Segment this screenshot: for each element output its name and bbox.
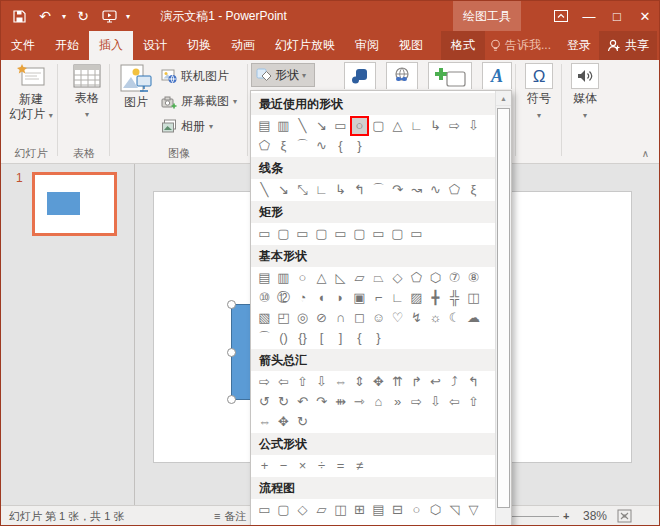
shape-flowchart-document[interactable]: ▤ — [369, 500, 388, 520]
shape-line-arrow[interactable]: ↘ — [274, 180, 293, 200]
shape-curved-connector[interactable]: ⌒ — [369, 180, 388, 200]
resize-handle-bottom-left[interactable] — [227, 395, 236, 404]
shape-flowchart-data[interactable]: ▱ — [312, 500, 331, 520]
tab-视图[interactable]: 视图 — [389, 31, 433, 60]
shape-bent-arrow[interactable]: ↱ — [407, 372, 426, 392]
shape-vertical-text-box[interactable]: ▥ — [274, 116, 293, 136]
shape-rounded-rectangle[interactable]: ▢ — [369, 116, 388, 136]
shape-flowchart-multidocument[interactable]: ⊟ — [388, 500, 407, 520]
tab-开始[interactable]: 开始 — [45, 31, 89, 60]
share-button[interactable]: 共享 — [599, 31, 657, 60]
shape-left-right-arrow[interactable]: ⇔ — [331, 372, 350, 392]
start-slideshow-icon[interactable] — [97, 4, 121, 28]
zoom-level[interactable]: 38% — [583, 506, 607, 526]
shape-down-arrow-callout[interactable]: ⇩ — [426, 392, 445, 412]
tab-文件[interactable]: 文件 — [1, 31, 45, 60]
shape-snip-diagonal-corner-rectangle[interactable]: ▭ — [331, 224, 350, 244]
shape-block-arc[interactable]: ∩ — [331, 308, 350, 328]
shape-arc[interactable]: ⌒ — [255, 328, 274, 348]
shape-rounded-rectangle[interactable]: ▢ — [274, 224, 293, 244]
shape-decagon[interactable]: ⑩ — [255, 288, 274, 308]
shape-flowchart-summing-junction[interactable]: ⊗ — [331, 520, 350, 526]
shape-plaque[interactable]: ╬ — [445, 288, 464, 308]
shape-cube[interactable]: ▧ — [255, 308, 274, 328]
shape-up-arrow-callout[interactable]: ⇧ — [464, 392, 483, 412]
shape-text-box[interactable]: ▤ — [255, 268, 274, 288]
shape-down-arrow[interactable]: ⇩ — [464, 116, 483, 136]
shape-notched-right-arrow[interactable]: ⇾ — [350, 392, 369, 412]
shape-right-bracket[interactable]: ] — [331, 328, 350, 348]
picture-button[interactable]: 图片 — [115, 62, 157, 110]
shape-multiplication-sign[interactable]: × — [293, 456, 312, 476]
shape-hexagon[interactable]: ⬡ — [426, 268, 445, 288]
shapes-button[interactable]: 形状 ▾ — [251, 63, 315, 87]
shape-left-brace[interactable]: { — [331, 136, 350, 156]
text-box-button[interactable]: A — [482, 62, 512, 89]
shape-round-diagonal-corner-rectangle[interactable]: ▭ — [407, 224, 426, 244]
shape-frame[interactable]: ▣ — [350, 288, 369, 308]
shape-flowchart-alternate-process[interactable]: ▢ — [274, 500, 293, 520]
shape-pentagon-arrow[interactable]: ⌂ — [369, 392, 388, 412]
shape-equal-sign[interactable]: = — [331, 456, 350, 476]
shape-left-right-arrow-callout[interactable]: ⇔ — [255, 412, 274, 432]
shape-flowchart-preparation[interactable]: ⬡ — [426, 500, 445, 520]
tab-切换[interactable]: 切换 — [177, 31, 221, 60]
shape-line[interactable]: ╲ — [255, 180, 274, 200]
shape-curved-up-arrow[interactable]: ↶ — [293, 392, 312, 412]
shape-left-bracket[interactable]: [ — [312, 328, 331, 348]
zoom-in-button[interactable]: + — [563, 506, 569, 526]
shape-down-arrow[interactable]: ⇩ — [312, 372, 331, 392]
shape-isosceles-triangle[interactable]: △ — [312, 268, 331, 288]
shape-flowchart-terminator[interactable]: ○ — [407, 500, 426, 520]
shape-heart[interactable]: ♡ — [388, 308, 407, 328]
shape-pie[interactable]: ◔ — [293, 288, 312, 308]
symbol-button[interactable]: Ω 符号 ▾ — [519, 62, 559, 121]
shape-left-arrow[interactable]: ⇦ — [274, 372, 293, 392]
sign-in-button[interactable]: 登录 — [559, 31, 599, 60]
minimize-icon[interactable]: — — [575, 1, 603, 31]
shape-elbow-connector[interactable]: ∟ — [407, 116, 426, 136]
shape-flowchart-offpage-connector[interactable]: ▽ — [274, 520, 293, 526]
shape-round-same-side-corner-rectangle[interactable]: ▢ — [388, 224, 407, 244]
shape-lightning-bolt[interactable]: ↯ — [407, 308, 426, 328]
shape-freeform[interactable]: ⬠ — [445, 180, 464, 200]
shape-line[interactable]: ╲ — [293, 116, 312, 136]
maximize-icon[interactable]: □ — [603, 1, 631, 31]
shape-trapezoid[interactable]: ⏢ — [369, 268, 388, 288]
shape-flowchart-process[interactable]: ▭ — [255, 500, 274, 520]
tab-动画[interactable]: 动画 — [221, 31, 265, 60]
shape-vertical-text-box[interactable]: ▥ — [274, 268, 293, 288]
shape-up-arrow[interactable]: ⇧ — [293, 372, 312, 392]
shape-l-shape[interactable]: ∟ — [388, 288, 407, 308]
shape-left-right-up-arrow[interactable]: ⇈ — [388, 372, 407, 392]
shape-no-symbol[interactable]: ⊘ — [312, 308, 331, 328]
shape-moon[interactable]: ☾ — [445, 308, 464, 328]
shape-donut[interactable]: ◎ — [293, 308, 312, 328]
shape-cross[interactable]: ╋ — [426, 288, 445, 308]
shape-flowchart-sort[interactable]: ◈ — [388, 520, 407, 526]
shape-curve[interactable]: ∿ — [426, 180, 445, 200]
shape-flowchart-internal-storage[interactable]: ⊞ — [350, 500, 369, 520]
shape-left-bent-up-arrow[interactable]: ↰ — [464, 372, 483, 392]
close-icon[interactable]: ✕ — [631, 1, 659, 31]
shape-flowchart-predefined-process[interactable]: ◫ — [331, 500, 350, 520]
shape-curved-double-arrow-connector[interactable]: ↝ — [407, 180, 426, 200]
shape-minus-sign[interactable]: − — [274, 456, 293, 476]
shape-right-arrow-callout[interactable]: ⇨ — [407, 392, 426, 412]
shape-curve[interactable]: ∿ — [312, 136, 331, 156]
shape-isosceles-triangle[interactable]: △ — [388, 116, 407, 136]
shapes-menu-scrollbar[interactable]: ▲ — [495, 91, 511, 526]
shape-quad-arrow[interactable]: ✥ — [369, 372, 388, 392]
shape-line-double-arrow[interactable]: ⤡ — [293, 180, 312, 200]
save-icon[interactable] — [7, 4, 31, 28]
shape-regular-pentagon[interactable]: ⬠ — [407, 268, 426, 288]
shape-snip-and-round-single-corner-rectangle[interactable]: ▢ — [350, 224, 369, 244]
photo-album-button[interactable]: 相册 ▾ — [161, 118, 213, 135]
ribbon-display-options-icon[interactable] — [547, 1, 575, 31]
shape-dodecagon[interactable]: ⑫ — [274, 288, 293, 308]
shape-parallelogram[interactable]: ▱ — [350, 268, 369, 288]
tab-幻灯片放映[interactable]: 幻灯片放映 — [265, 31, 345, 60]
shape-flowchart-extract[interactable]: △ — [407, 520, 426, 526]
shape-oval[interactable]: ○ — [293, 268, 312, 288]
shape-right-arrow[interactable]: ⇨ — [445, 116, 464, 136]
